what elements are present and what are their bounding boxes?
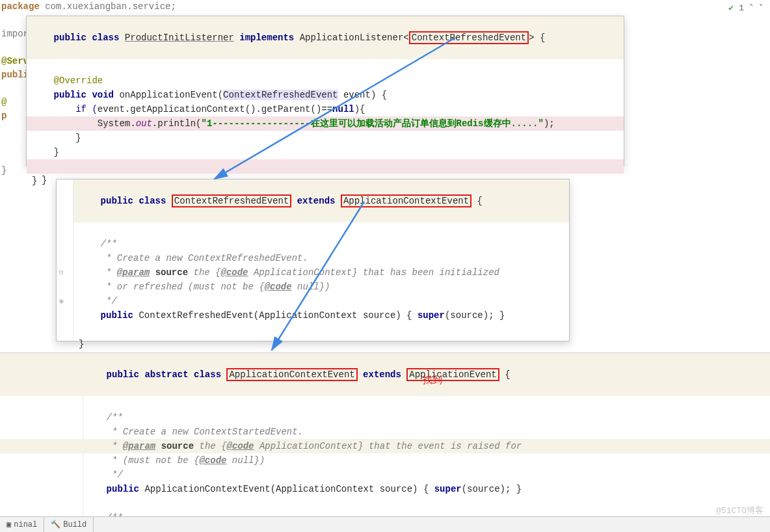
- chevron-down-icon[interactable]: ˅: [759, 3, 763, 13]
- println: .println(: [152, 118, 202, 129]
- brace-2: {: [471, 196, 483, 206]
- brace-close-2: }: [27, 145, 624, 159]
- terminal-icon: ▣: [7, 520, 11, 529]
- sp: [150, 267, 155, 278]
- angle-open: <: [403, 33, 408, 43]
- bottom-toolbar: ▣ ninal 🔨 Build: [0, 516, 770, 532]
- kw-extends-2: extends: [291, 196, 341, 206]
- watermark: @51CTO博客: [716, 505, 763, 516]
- param-type: ContextRefreshedEvent: [223, 90, 338, 100]
- super-kw-3: super: [434, 484, 462, 494]
- sys-pre: System.: [32, 118, 136, 129]
- string-literal: "1------------------在这里可以加载活动产品订单信息到Redi…: [201, 118, 543, 129]
- sys-out: out: [136, 118, 152, 129]
- c2-l4b: null}): [292, 282, 330, 292]
- ctor-end-3: (source); }: [462, 484, 522, 494]
- code-tag-3b: @code: [199, 455, 226, 466]
- c2-l1: /**: [101, 239, 117, 249]
- inspection-count: 1: [739, 3, 744, 13]
- check-icon: ✔: [728, 3, 734, 13]
- brace: {: [535, 33, 546, 43]
- code-tag: @code: [221, 267, 248, 278]
- method-name: onApplicationEvent(: [119, 90, 223, 100]
- stmt-end: );: [544, 118, 555, 129]
- param-end: event) {: [338, 90, 388, 100]
- ctor-pre: public: [101, 310, 139, 321]
- param-name: source: [155, 267, 188, 278]
- terminal-label: ninal: [14, 520, 37, 529]
- c3-l3d: ApplicationContext} that the event is ra…: [254, 441, 522, 451]
- kw-public-abstract: public abstract class: [107, 369, 227, 380]
- brace-3: {: [499, 369, 511, 380]
- ctor-pre-3: public: [107, 484, 145, 494]
- code-tag-3: @code: [227, 441, 254, 451]
- code-panel-1[interactable]: public class ProductInitListerner implem…: [26, 16, 624, 166]
- c3-l1: /**: [107, 412, 123, 423]
- fold-icon[interactable]: ⊟: [59, 265, 64, 280]
- c2-l3c: the {: [188, 267, 220, 278]
- brace-close-p2: }: [73, 337, 569, 351]
- redbox-class-2: ContextRefreshedEvent: [172, 194, 291, 207]
- code-panel-2[interactable]: ⊟ ◉ public class ContextRefreshedEvent e…: [56, 179, 570, 341]
- kw-package: package: [1, 1, 45, 12]
- c3-l4b: null}): [226, 455, 265, 466]
- ctor-end: (source); }: [445, 310, 505, 321]
- override-annotation: @Override: [54, 75, 103, 86]
- if-pre: if (: [32, 104, 98, 114]
- redbox-class-3: ApplicationContextEvent: [226, 368, 357, 381]
- inspection-indicator[interactable]: ✔ 1 ˄ ˅: [728, 3, 763, 13]
- kw-public-void: public void: [54, 90, 120, 100]
- c2-l3a: *: [101, 267, 117, 278]
- redbox-super-2: ApplicationContextEvent: [341, 194, 471, 207]
- c2-l4: * or refreshed (must not be {: [101, 282, 265, 292]
- c3-l4: * (must not be {: [107, 455, 200, 466]
- kw-public-class: public class: [54, 33, 125, 43]
- c2-l5: */: [101, 296, 117, 306]
- c2-l2: * Create a new ContextRefreshedEvent.: [101, 253, 308, 263]
- c2-l3d: ApplicationContext} that has been initia…: [248, 267, 499, 278]
- c3-l5: */: [107, 470, 123, 480]
- param-tag-3: @param: [123, 441, 155, 451]
- ctor-name: ContextRefreshedEvent(ApplicationContext…: [139, 310, 417, 321]
- redbox-super-3: ApplicationEvent: [406, 368, 499, 381]
- hammer-icon: 🔨: [51, 520, 60, 529]
- code-tag-2: @code: [265, 282, 292, 292]
- iface-name: ApplicationListener: [300, 33, 404, 43]
- param-name-3: source: [161, 441, 194, 451]
- c3-l3a: *: [107, 441, 123, 451]
- angle-close: >: [529, 33, 534, 43]
- class-name-1: ProductInitListerner: [125, 33, 234, 43]
- c3-l2: * Create a new ContextStartedEvent.: [107, 427, 303, 437]
- ctor-name-3: ApplicationContextEvent(ApplicationConte…: [144, 484, 434, 494]
- kw-extends-3: extends: [358, 369, 407, 380]
- if-body: event.getApplicationContext().getParent(…: [98, 104, 332, 114]
- c3-l3c: the {: [194, 441, 226, 451]
- brace-close-1: }: [27, 131, 624, 145]
- found-label: 找到: [423, 374, 442, 386]
- terminal-tab[interactable]: ▣ ninal: [0, 517, 44, 532]
- kw-implements: implements: [234, 33, 300, 43]
- build-tab[interactable]: 🔨 Build: [44, 517, 94, 532]
- package-name: com.xuexiangban.service;: [45, 1, 176, 12]
- override-gutter-icon[interactable]: ◉: [59, 294, 64, 308]
- code-panel-3[interactable]: ↓I public abstract class ApplicationCont…: [0, 352, 770, 522]
- redbox-event-1: ContextRefreshedEvent: [409, 31, 529, 44]
- chevron-up-icon[interactable]: ˄: [749, 3, 754, 13]
- build-label: Build: [63, 520, 86, 529]
- sp3: [155, 441, 161, 451]
- gutter-2: ⊟ ◉: [57, 180, 73, 341]
- kw-public-class-2: public class: [101, 196, 172, 206]
- null-kw: null: [332, 104, 354, 114]
- super-kw: super: [418, 310, 445, 321]
- param-tag: @param: [117, 267, 150, 278]
- if-end: ){: [354, 104, 365, 114]
